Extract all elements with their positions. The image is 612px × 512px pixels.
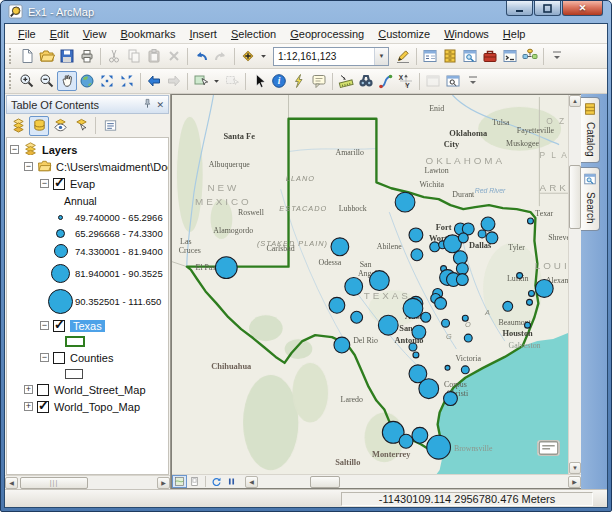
cut-button[interactable] (104, 46, 124, 66)
identify-button[interactable]: i (269, 71, 289, 91)
collapse-icon[interactable]: − (40, 321, 49, 330)
toc-horizontal-scrollbar[interactable]: ◀ ||| ▶ (5, 475, 170, 489)
map-vertical-scrollbar[interactable]: ▲ ▼ (568, 95, 581, 474)
scrollbar-thumb[interactable]: ||| (20, 477, 88, 489)
measure-button[interactable] (336, 71, 356, 91)
select-elements-button[interactable] (249, 71, 269, 91)
data-view-button[interactable] (172, 475, 187, 488)
paste-button[interactable] (144, 46, 164, 66)
go-to-xy-button[interactable]: XY (396, 71, 416, 91)
toolbar-grip[interactable] (9, 73, 13, 89)
toc-label-texas[interactable]: Texas (70, 320, 105, 332)
menu-view[interactable]: View (76, 26, 114, 42)
modelbuilder-button[interactable] (520, 46, 540, 66)
copy-button[interactable] (124, 46, 144, 66)
toolbar-grip[interactable] (9, 48, 13, 64)
legend-class-5[interactable]: 90.352501 - 111.650 (7, 286, 168, 317)
texas-outline-symbol[interactable] (65, 336, 85, 347)
scrollbar-thumb[interactable] (310, 476, 340, 488)
scroll-right-arrow[interactable]: ▶ (157, 477, 170, 489)
toc-item-world-topo-map[interactable]: + World_Topo_Map (7, 398, 168, 415)
expand-icon[interactable]: + (24, 402, 33, 411)
legend-class-2[interactable]: 65.296668 - 74.3300 (7, 225, 168, 241)
undo-button[interactable] (191, 46, 211, 66)
hyperlink-button[interactable] (289, 71, 309, 91)
save-button[interactable] (57, 46, 77, 66)
list-by-visibility-button[interactable] (50, 116, 70, 136)
list-by-source-button[interactable] (29, 116, 49, 136)
scroll-left-arrow[interactable]: ◀ (245, 476, 258, 488)
close-button[interactable]: ✕ (562, 1, 603, 16)
menu-selection[interactable]: Selection (224, 26, 283, 42)
world-street-map-checkbox[interactable] (37, 384, 49, 396)
zoom-out-button[interactable] (37, 71, 57, 91)
map-scale-combobox[interactable]: 1:12,161,123 ▼ (273, 47, 389, 66)
select-features-button[interactable] (191, 71, 211, 91)
zoom-in-button[interactable] (17, 71, 37, 91)
overflow-button[interactable] (463, 71, 483, 91)
title-bar[interactable]: Ex1 - ArcMap ✕ (1, 1, 611, 23)
search-window-button[interactable] (460, 46, 480, 66)
clear-selection-button[interactable] (222, 71, 242, 91)
toc-header[interactable]: Table Of Contents ✕ (6, 95, 169, 114)
pause-drawing-button[interactable] (224, 475, 239, 488)
toc-item-counties[interactable]: − Counties (7, 349, 168, 366)
world-topo-map-checkbox[interactable] (37, 401, 49, 413)
menu-geoprocessing[interactable]: Geoprocessing (283, 26, 371, 42)
toc-item-folder[interactable]: − C:\Users\maidment\Docu... (7, 158, 168, 175)
menu-file[interactable]: File (11, 26, 43, 42)
arctoolbox-button[interactable] (480, 46, 500, 66)
forward-button[interactable] (164, 71, 184, 91)
collapse-icon[interactable]: − (24, 162, 33, 171)
add-data-arrow[interactable] (258, 46, 269, 66)
menu-help[interactable]: Help (496, 26, 533, 42)
back-button[interactable] (144, 71, 164, 91)
scroll-down-arrow[interactable]: ▼ (569, 462, 581, 474)
open-folder-button[interactable] (37, 46, 57, 66)
viewer-window-button[interactable] (423, 71, 443, 91)
html-popup-button[interactable] (309, 71, 329, 91)
fixed-zoom-out-button[interactable] (117, 71, 137, 91)
toc-window-button[interactable] (420, 46, 440, 66)
scale-dropdown-arrow[interactable]: ▼ (374, 48, 388, 65)
collapse-icon[interactable]: − (10, 145, 19, 154)
basemap-attribution-icon[interactable] (537, 440, 560, 456)
evap-checkbox[interactable] (53, 178, 65, 190)
texas-checkbox[interactable] (53, 320, 65, 332)
scroll-up-arrow[interactable]: ▲ (569, 95, 581, 107)
map-horizontal-scrollbar[interactable] (258, 476, 568, 488)
pin-icon[interactable] (142, 98, 153, 111)
toc-item-layers[interactable]: − Layers (7, 141, 168, 158)
toc-options-button[interactable] (100, 116, 120, 136)
menu-windows[interactable]: Windows (437, 26, 496, 42)
refresh-view-button[interactable] (209, 475, 224, 488)
find-button[interactable] (356, 71, 376, 91)
pan-button[interactable] (57, 71, 77, 91)
list-by-drawing-order-button[interactable] (8, 116, 28, 136)
scroll-right-arrow[interactable]: ▶ (568, 476, 581, 488)
minimize-button[interactable] (506, 1, 533, 16)
map-canvas[interactable]: Santa FeAlbuquerqueNEWMEXICORoswellAlamo… (172, 95, 568, 474)
list-by-selection-button[interactable] (71, 116, 91, 136)
toc-item-world-street-map[interactable]: + World_Street_Map (7, 381, 168, 398)
counties-outline-symbol[interactable] (65, 369, 83, 379)
overflow-button[interactable] (547, 46, 567, 66)
tab-catalog[interactable]: Catalog (581, 97, 600, 163)
menu-insert[interactable]: Insert (182, 26, 224, 42)
magnifier-window-button[interactable] (443, 71, 463, 91)
tab-search[interactable]: Search (581, 167, 600, 231)
editor-pencil-button[interactable] (393, 46, 413, 66)
maximize-button[interactable] (534, 1, 561, 16)
legend-class-3[interactable]: 74.330001 - 81.9400 (7, 241, 168, 261)
python-window-button[interactable] (500, 46, 520, 66)
new-document-button[interactable] (17, 46, 37, 66)
full-extent-button[interactable] (77, 71, 97, 91)
print-button[interactable] (77, 46, 97, 66)
catalog-window-button[interactable] (440, 46, 460, 66)
redo-button[interactable] (211, 46, 231, 66)
close-panel-icon[interactable]: ✕ (156, 100, 164, 110)
select-arrow[interactable] (211, 71, 222, 91)
menu-customize[interactable]: Customize (371, 26, 437, 42)
expand-icon[interactable]: + (24, 385, 33, 394)
scroll-left-arrow[interactable]: ◀ (5, 477, 18, 489)
